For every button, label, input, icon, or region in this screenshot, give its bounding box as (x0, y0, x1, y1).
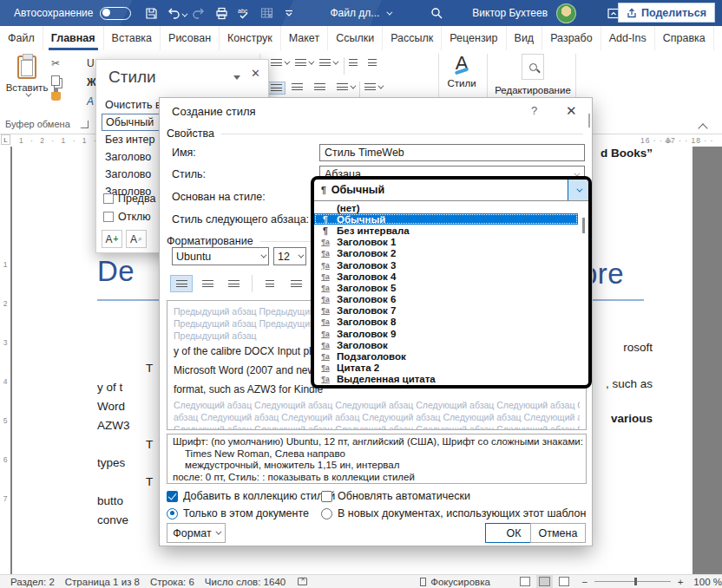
align-right-button[interactable] (314, 83, 325, 91)
print-layout-icon[interactable] (539, 577, 550, 586)
ribbon-tab[interactable]: Рисован (161, 26, 220, 50)
read-mode-icon[interactable] (520, 577, 531, 586)
dropdown-item[interactable]: ¶a Выделенная цитата (314, 374, 578, 385)
share-button[interactable]: Поделиться (618, 3, 715, 23)
cancel-button[interactable]: Отмена (530, 523, 586, 543)
dropdown-item[interactable]: ¶ Обычный (314, 213, 578, 225)
spelling-icon[interactable]: abc (233, 3, 255, 23)
table-icon[interactable] (255, 3, 278, 23)
vertical-ruler[interactable]: 1234567 (0, 147, 10, 574)
ribbon-tab[interactable]: Вставка (104, 26, 161, 50)
ribbon-tab[interactable]: Разрабо (542, 26, 601, 50)
name-input[interactable] (319, 144, 585, 161)
zoom-slider[interactable] (594, 581, 671, 582)
search-icon[interactable] (425, 3, 448, 23)
format-button[interactable]: Формат (167, 523, 226, 543)
dropdown-item[interactable]: ¶a Цитата 2 (314, 363, 578, 374)
indent-marker[interactable] (665, 137, 672, 142)
dropdown-item[interactable]: ¶a Подзаголовок (314, 350, 578, 362)
font-size-combo[interactable]: 12 (273, 247, 306, 265)
copy-icon[interactable] (51, 75, 60, 86)
align-center-button[interactable] (196, 275, 219, 292)
dropdown-item[interactable]: ¶a Заголовок 2 (314, 248, 578, 259)
ribbon-tab[interactable]: Add-Ins (601, 26, 655, 50)
align-right-button[interactable] (222, 275, 245, 292)
dropdown-item[interactable]: ¶a Заголовок 5 (314, 282, 578, 293)
align-center-button[interactable] (292, 83, 303, 91)
ribbon-tab[interactable]: Справка (655, 26, 714, 50)
line-indicator[interactable]: Строка: 6 (150, 577, 194, 587)
help-icon[interactable]: ? (531, 104, 537, 117)
preview-checkbox[interactable]: Предва (103, 193, 155, 205)
only-document-radio[interactable]: Только в этом документе (167, 507, 309, 519)
ribbon-tab[interactable]: Вид (507, 26, 543, 50)
collapse-ribbon-icon[interactable] (698, 123, 707, 133)
editing-button[interactable]: Редактирование (491, 54, 574, 95)
based-on-combo[interactable]: ¶ Обычный (314, 180, 588, 201)
styles-button[interactable]: A Стили (439, 54, 484, 88)
spacing-loose-button[interactable] (285, 275, 307, 292)
auto-update-checkbox[interactable]: Обновлять автоматически (321, 490, 470, 502)
style-inspector-button[interactable]: A⌕ (126, 230, 147, 248)
ribbon-tab[interactable]: Макет (281, 26, 328, 50)
save-icon[interactable] (140, 3, 162, 23)
document-title[interactable]: Файл дл... (330, 7, 379, 19)
ribbon-tab[interactable]: Файл (0, 26, 43, 50)
dropdown-item[interactable]: ¶a Заголовок 9 (314, 328, 578, 339)
align-left-button[interactable] (267, 82, 286, 95)
new-documents-radio[interactable]: В новых документах, использующих этот ша… (321, 507, 586, 519)
ribbon-tab[interactable]: Ссылки (328, 26, 383, 50)
ribbon-tab[interactable]: Конструк (220, 26, 281, 50)
dropdown-item[interactable]: ¶a Заголовок 6 (314, 294, 578, 305)
ribbon-tab[interactable]: Рассылк (383, 26, 442, 50)
dropdown-item[interactable]: (нет) (314, 202, 578, 213)
spacing-tight-button[interactable] (259, 275, 281, 292)
proofing-errors-icon[interactable] (298, 578, 307, 585)
styles-pane-menu-icon[interactable] (233, 75, 240, 80)
dropdown-item[interactable]: ¶a Заголовок 1 (314, 237, 578, 248)
section-indicator[interactable]: Раздел: 2 (10, 577, 55, 587)
title-dropdown-chevron[interactable] (387, 9, 393, 15)
paste-button[interactable]: Вставить (7, 54, 47, 127)
format-painter-icon[interactable] (51, 92, 61, 101)
zoom-slider-thumb[interactable] (634, 578, 637, 585)
add-to-gallery-checkbox[interactable]: Добавить в коллекцию стилей (167, 490, 335, 502)
line-spacing-button[interactable] (364, 83, 382, 91)
dropdown-item[interactable]: ¶a Заголовок 3 (314, 259, 578, 271)
dropdown-item[interactable]: ¶a Заголовок 8 (314, 317, 578, 328)
dropdown-item[interactable]: ¶a Заголовок 4 (314, 271, 578, 282)
qat-overflow-icon[interactable] (278, 3, 300, 23)
align-left-button[interactable] (170, 275, 193, 292)
zoom-out-button[interactable]: − (581, 577, 587, 587)
dropdown-open-button[interactable] (568, 180, 588, 200)
print-icon[interactable] (210, 3, 233, 23)
focus-mode-button[interactable]: Фокусировка (430, 577, 490, 587)
font-name-combo[interactable]: Ubuntu (172, 247, 269, 265)
dialog-close-icon[interactable]: ✕ (566, 103, 577, 119)
page-indicator[interactable]: Страница 1 из 8 (65, 577, 140, 587)
redo-icon[interactable] (187, 3, 210, 23)
avatar[interactable] (556, 3, 576, 23)
ribbon-tab[interactable]: Главная (43, 26, 104, 50)
zoom-in-button[interactable]: + (678, 577, 684, 587)
zoom-level[interactable]: 100 % (693, 577, 722, 587)
dropdown-item[interactable]: ¶a Заголовок 7 (314, 305, 578, 317)
user-name[interactable]: Виктор Бухтеев (472, 7, 548, 19)
ribbon-tab[interactable]: Рецензир (442, 26, 506, 50)
dropdown-item[interactable]: ¶ Без интервала (314, 225, 578, 236)
numbering-button[interactable] (295, 59, 312, 67)
word-count[interactable]: Число слов: 1640 (205, 577, 286, 587)
dropdown-item[interactable]: ¶a Заголовок (314, 339, 578, 350)
bullets-button[interactable] (271, 59, 288, 67)
new-style-button[interactable]: A+ (102, 230, 122, 248)
tab-selector[interactable]: L (1, 134, 10, 145)
multilevel-list-button[interactable] (319, 59, 337, 67)
web-layout-icon[interactable] (559, 577, 570, 586)
clipboard-dialog-launcher[interactable] (81, 121, 89, 128)
cut-icon[interactable]: ✂ (51, 57, 60, 69)
justify-button[interactable] (337, 83, 354, 91)
autosave-toggle[interactable] (100, 7, 131, 20)
disable-linked-checkbox[interactable]: Отклю (103, 211, 151, 223)
dropdown-scrollbar[interactable] (582, 218, 585, 233)
styles-pane-close-icon[interactable]: ✕ (251, 67, 260, 80)
